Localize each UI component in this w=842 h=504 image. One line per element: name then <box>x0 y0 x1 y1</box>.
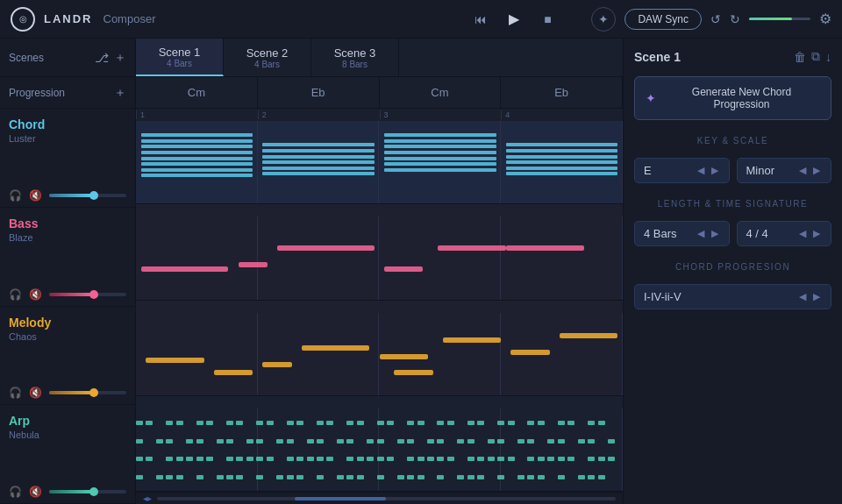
melody-notes-layer <box>136 313 623 395</box>
track-slider-fill-arp <box>49 490 91 493</box>
melody-note <box>560 333 618 338</box>
arp-note <box>357 475 364 479</box>
arp-note <box>527 439 534 444</box>
scene-tab-2-bars: 4 Bars <box>254 60 280 69</box>
scenes-fork-button[interactable]: ⎇ <box>95 51 109 65</box>
time-control[interactable]: 4 / 4 ◀ ▶ <box>737 221 832 246</box>
track-slider-knob-melody <box>89 388 98 397</box>
chord-note <box>141 157 253 160</box>
download-scene-button[interactable]: ↓ <box>825 49 831 64</box>
key-next-arrow[interactable]: ▶ <box>710 165 720 176</box>
arp-note <box>407 421 414 425</box>
arp-note <box>317 457 324 461</box>
track-slider-fill-chord <box>49 194 91 197</box>
arp-note <box>346 439 353 444</box>
scenes-add-button[interactable]: ＋ <box>114 50 126 66</box>
track-name-chord: Chord <box>9 117 126 131</box>
time-next-arrow[interactable]: ▶ <box>811 228 822 239</box>
arp-note <box>236 475 243 479</box>
generate-chord-button[interactable]: ✦ Generate New Chord Progression <box>634 76 831 120</box>
arp-note <box>608 439 615 444</box>
track-headphone-melody[interactable]: 🎧 <box>9 387 22 399</box>
track-mute-melody[interactable]: 🔇 <box>29 387 42 399</box>
copy-scene-button[interactable]: ⧉ <box>811 49 820 64</box>
track-controls-arp: 🎧 🔇 <box>9 486 126 498</box>
arp-note <box>196 439 203 444</box>
bottom-scrollbar: ◂▸ <box>136 492 623 504</box>
ruler-mark-3: 3 <box>380 110 502 119</box>
track-controls-melody: 🎧 🔇 <box>9 387 126 399</box>
chord-note <box>141 145 253 148</box>
main-layout: Scenes ⎇ ＋ Progression ＋ Chord Luster 🎧 … <box>0 39 842 504</box>
arp-note <box>517 475 524 479</box>
scale-value: Minor <box>746 164 795 177</box>
time-prev-arrow[interactable]: ◀ <box>797 228 808 239</box>
scale-prev-arrow[interactable]: ◀ <box>797 165 808 176</box>
scale-control[interactable]: Minor ◀ ▶ <box>737 158 832 183</box>
chord-note <box>141 133 253 137</box>
bass-roll[interactable] <box>136 204 623 300</box>
undo-button[interactable]: ↺ <box>710 12 721 26</box>
scene-tab-1[interactable]: Scene 1 4 Bars <box>136 39 224 76</box>
redo-button[interactable]: ↻ <box>730 12 740 26</box>
arp-note <box>196 475 203 479</box>
key-scale-label: KEY & SCALE <box>634 136 831 146</box>
scroll-track[interactable] <box>157 497 616 500</box>
arp-note <box>226 421 233 425</box>
arp-note <box>598 421 605 425</box>
volume-track[interactable] <box>749 18 810 20</box>
skip-back-button[interactable]: ⏮ <box>468 7 493 32</box>
stop-button[interactable]: ■ <box>535 7 560 32</box>
chord-note <box>262 143 375 146</box>
arp-roll[interactable] <box>136 396 623 492</box>
track-volume-bass[interactable] <box>49 293 126 296</box>
progression-prev-arrow[interactable]: ◀ <box>797 291 808 302</box>
length-control[interactable]: 4 Bars ◀ ▶ <box>634 221 730 246</box>
track-mute-arp[interactable]: 🔇 <box>29 486 42 498</box>
chord-cell-0: Cm <box>136 77 258 108</box>
scale-next-arrow[interactable]: ▶ <box>811 165 822 176</box>
track-volume-chord[interactable] <box>49 194 126 197</box>
arp-note <box>307 457 314 461</box>
delete-scene-button[interactable]: 🗑 <box>794 49 806 64</box>
right-panel: Scene 1 🗑 ⧉ ↓ ✦ Generate New Chord Progr… <box>623 39 842 504</box>
track-slider-knob-arp <box>89 487 98 496</box>
track-preset-chord: Luster <box>9 133 126 144</box>
arp-note <box>497 439 504 444</box>
track-volume-arp[interactable] <box>49 490 126 493</box>
progression-add-button[interactable]: ＋ <box>114 85 126 101</box>
ruler-mark-4: 4 <box>501 110 623 119</box>
progression-control[interactable]: I-IV-ii-V ◀ ▶ <box>634 284 831 309</box>
scene-tab-3[interactable]: Scene 3 8 Bars <box>311 39 399 76</box>
melody-roll[interactable] <box>136 301 623 396</box>
arp-note <box>517 439 524 444</box>
scroll-left-icon[interactable]: ◂▸ <box>143 493 152 503</box>
arp-note <box>136 457 143 461</box>
arp-note <box>497 457 504 461</box>
track-volume-melody[interactable] <box>49 391 126 394</box>
chord-roll[interactable]: 1 2 3 4 <box>136 109 623 204</box>
arp-note <box>407 475 414 479</box>
chord-note <box>141 151 253 154</box>
ai-button[interactable]: ✦ <box>591 7 616 32</box>
progression-next-arrow[interactable]: ▶ <box>811 291 822 302</box>
play-button[interactable]: ▶ <box>502 7 526 32</box>
arp-note <box>326 421 333 425</box>
melody-note <box>214 370 253 375</box>
scene-tab-2[interactable]: Scene 2 4 Bars <box>224 39 311 76</box>
length-prev-arrow[interactable]: ◀ <box>696 228 706 239</box>
track-controls-bass: 🎧 🔇 <box>9 288 126 301</box>
arp-note <box>578 439 585 444</box>
key-control[interactable]: E ◀ ▶ <box>634 158 730 183</box>
track-mute-chord[interactable]: 🔇 <box>29 189 42 202</box>
track-headphone-arp[interactable]: 🎧 <box>9 486 22 498</box>
track-headphone-chord[interactable]: 🎧 <box>9 189 22 202</box>
key-prev-arrow[interactable]: ◀ <box>696 165 706 176</box>
settings-button[interactable]: ⚙ <box>819 11 831 27</box>
length-next-arrow[interactable]: ▶ <box>710 228 720 239</box>
daw-sync-button[interactable]: DAW Sync <box>624 9 702 30</box>
arp-note <box>538 421 545 425</box>
track-headphone-bass[interactable]: 🎧 <box>9 288 22 301</box>
arp-note <box>206 421 213 425</box>
track-mute-bass[interactable]: 🔇 <box>29 288 42 301</box>
